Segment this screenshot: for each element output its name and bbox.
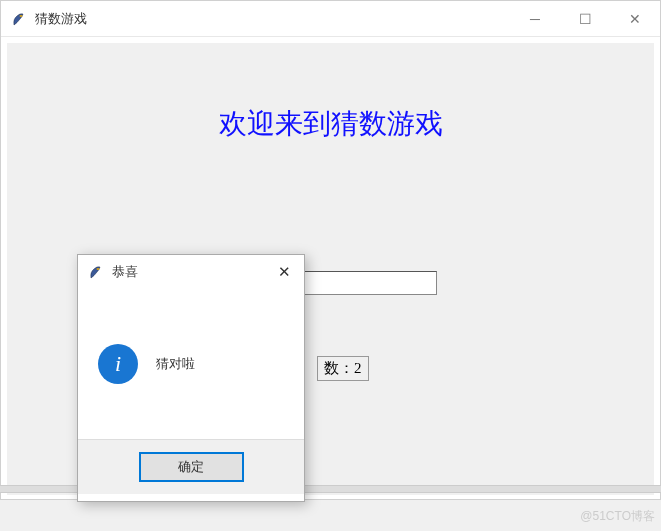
dialog-title: 恭喜 [112, 263, 264, 281]
close-button[interactable]: ✕ [610, 1, 660, 37]
maximize-button[interactable]: ☐ [560, 1, 610, 37]
svg-point-1 [97, 268, 100, 270]
welcome-heading: 欢迎来到猜数游戏 [7, 105, 654, 143]
title-bar: 猜数游戏 ─ ☐ ✕ [1, 1, 660, 37]
dialog-title-bar: 恭喜 ✕ [78, 255, 304, 289]
dialog-message: 猜对啦 [156, 355, 195, 373]
dialog-close-button[interactable]: ✕ [264, 263, 304, 281]
info-icon: i [98, 344, 138, 384]
dialog-app-icon [88, 264, 104, 280]
dialog-footer: 确定 [78, 439, 304, 494]
ok-button[interactable]: 确定 [139, 452, 244, 482]
svg-point-0 [20, 15, 23, 17]
message-dialog: 恭喜 ✕ i 猜对啦 确定 [77, 254, 305, 502]
minimize-button[interactable]: ─ [510, 1, 560, 37]
watermark: @51CTO博客 [580, 508, 655, 525]
count-label: 数：2 [317, 356, 369, 381]
window-title: 猜数游戏 [35, 10, 510, 28]
dialog-body: i 猜对啦 [78, 289, 304, 439]
app-icon [11, 11, 27, 27]
ok-button-label: 确定 [178, 458, 204, 476]
